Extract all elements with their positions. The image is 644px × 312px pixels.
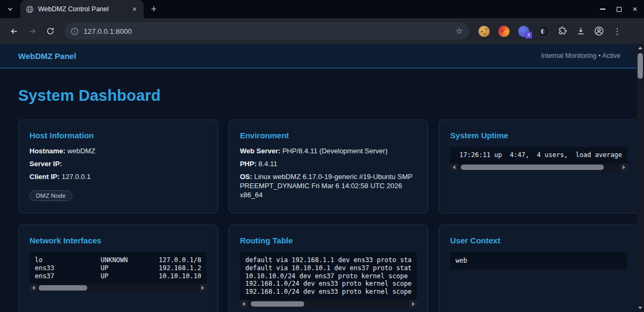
tab-search-button[interactable]: [4, 3, 16, 15]
field-client-ip: Client IP: 127.0.0.1: [29, 173, 207, 182]
scroll-left-icon[interactable]: [240, 300, 248, 308]
page-vertical-scrollbar[interactable]: [636, 44, 644, 312]
browser-toolbar: 127.0.0.1:8000 ☆ 3 ⋮: [0, 18, 644, 44]
routing-output: default via 192.168.1.1 dev ens33 proto …: [240, 252, 417, 300]
card-title: Network Interfaces: [29, 236, 207, 245]
scroll-right-icon[interactable]: [620, 164, 627, 171]
bookmark-star-icon[interactable]: ☆: [456, 26, 463, 36]
chevron-down-icon: [7, 6, 13, 12]
interfaces-horizontal-scrollbar[interactable]: [29, 284, 207, 292]
user-context-output: web: [450, 252, 627, 270]
interfaces-output: lo UNKNOWN 127.0.0.1/8 ens33 UP 192.168.…: [29, 252, 207, 284]
scroll-up-icon[interactable]: [636, 44, 644, 52]
menu-button[interactable]: ⋮: [609, 23, 626, 40]
scroll-left-icon[interactable]: [29, 284, 37, 292]
back-button[interactable]: [5, 23, 23, 40]
window-controls: ×: [596, 0, 642, 18]
tab-title: WebDMZ Control Panel: [38, 5, 125, 13]
field-php: PHP: 8.4.11: [240, 160, 417, 169]
site-header: WebDMZ Panel Internal Monitoring • Activ…: [0, 44, 644, 69]
field-server-ip: Server IP:: [29, 160, 207, 169]
card-title: Routing Table: [240, 236, 417, 245]
page-title: System Dashboard: [18, 87, 644, 105]
minimize-icon: [600, 9, 605, 10]
extensions-button[interactable]: [554, 23, 571, 40]
profile-button[interactable]: [590, 23, 608, 40]
scroll-right-icon[interactable]: [409, 300, 417, 308]
window-close-button[interactable]: ×: [628, 2, 642, 16]
uptime-output: 17:26:11 up 4:47, 4 users, load average: [450, 147, 627, 164]
address-bar[interactable]: 127.0.0.1:8000 ☆: [64, 23, 469, 40]
reload-icon: [46, 27, 55, 35]
dashboard-grid: Host Information Hostname: webDMZ Server…: [18, 120, 628, 312]
site-status-text: Internal Monitoring • Active: [541, 52, 620, 60]
profile-avatar-icon: [594, 26, 604, 36]
extension-badged-icon[interactable]: 3: [518, 26, 529, 37]
extension-dark-icon[interactable]: [538, 26, 549, 37]
forward-button[interactable]: [24, 23, 41, 40]
routing-text: default via 192.168.1.1 dev ens33 proto …: [245, 256, 412, 295]
extension-colorwheel-icon[interactable]: [498, 26, 510, 37]
field-hostname: Hostname: webDMZ: [29, 147, 207, 156]
maximize-icon: [617, 7, 621, 12]
uptime-horizontal-scrollbar[interactable]: [450, 164, 627, 171]
card-title: Host Information: [29, 131, 207, 140]
downloads-button[interactable]: [572, 23, 589, 40]
card-environment: Environment Web Server: PHP/8.4.11 (Deve…: [229, 120, 429, 213]
tab-close-icon[interactable]: ×: [130, 4, 139, 14]
card-routing-table: Routing Table default via 192.168.1.1 de…: [229, 225, 429, 312]
interfaces-text: lo UNKNOWN 127.0.0.1/8 ens33 UP 192.168.…: [35, 256, 201, 280]
field-web-server: Web Server: PHP/8.4.11 (Development Serv…: [240, 147, 417, 156]
card-network-interfaces: Network Interfaces lo UNKNOWN 127.0.0.1/…: [18, 225, 218, 312]
tab-bar: WebDMZ Control Panel × + ×: [0, 0, 644, 18]
url-text[interactable]: 127.0.0.1:8000: [84, 27, 456, 35]
extension-cookie-icon[interactable]: [478, 26, 490, 37]
routing-horizontal-scrollbar[interactable]: [240, 300, 417, 308]
browser-window: WebDMZ Control Panel × + × 127.0.0.1:800…: [0, 0, 644, 312]
site-info-icon[interactable]: [71, 27, 79, 35]
user-context-text: web: [455, 257, 622, 265]
browser-tab[interactable]: WebDMZ Control Panel ×: [20, 0, 144, 18]
minimize-button[interactable]: [596, 2, 610, 16]
scroll-left-icon[interactable]: [450, 164, 458, 171]
site-brand: WebDMZ Panel: [18, 51, 76, 61]
uptime-text: 17:26:11 up 4:47, 4 users, load average: [455, 151, 622, 159]
card-user-context: User Context web: [439, 225, 639, 312]
scroll-down-icon[interactable]: [636, 304, 644, 312]
forward-arrow-icon: [28, 27, 37, 36]
card-host-information: Host Information Hostname: webDMZ Server…: [18, 120, 218, 213]
reload-button[interactable]: [42, 23, 59, 40]
field-os: OS: Linux webDMZ 6.17.0-19-generic #19-U…: [240, 173, 417, 200]
download-icon: [576, 26, 586, 36]
extension-badge-count: 3: [525, 32, 532, 39]
scrollbar-thumb[interactable]: [638, 53, 643, 79]
new-tab-button[interactable]: +: [147, 2, 161, 16]
card-system-uptime: System Uptime 17:26:11 up 4:47, 4 users,…: [439, 120, 639, 213]
puzzle-icon: [558, 26, 567, 36]
page-content: WebDMZ Panel Internal Monitoring • Activ…: [0, 44, 644, 312]
globe-icon: [26, 5, 34, 13]
card-title: Environment: [240, 131, 417, 140]
scroll-right-icon[interactable]: [199, 284, 207, 292]
back-arrow-icon: [10, 27, 19, 36]
card-title: System Uptime: [450, 131, 627, 140]
maximize-button[interactable]: [612, 2, 626, 16]
card-title: User Context: [450, 236, 627, 245]
dmz-node-badge: DMZ Node: [29, 190, 72, 201]
